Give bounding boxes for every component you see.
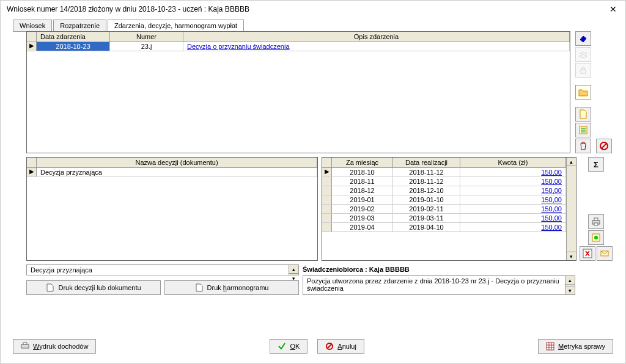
col-za-miesiac[interactable]: Za miesiąc [332,158,393,167]
window-title: Wniosek numer 14/2018 złożony w dniu 201… [7,5,249,13]
row-indicator-icon: ▶ [27,168,37,177]
print-schedule-button[interactable]: Druk harmonogramu [164,280,299,295]
schedule-amount[interactable]: 150,00 [460,168,566,177]
send-icon[interactable] [597,246,613,261]
new-page-icon[interactable] [575,107,591,122]
folder-icon[interactable] [575,85,591,100]
schedule-amount[interactable]: 150,00 [460,205,566,213]
properties-icon[interactable] [575,123,591,137]
tab-rozpatrzenie[interactable]: Rozpatrzenie [53,20,106,32]
scroll-up-icon[interactable]: ▴ [565,276,575,285]
content-area: Data zdarzenia Numer Opis zdarzenia ▶ 20… [13,31,613,328]
tab-wniosek[interactable]: Wniosek [13,20,52,32]
cancel-button[interactable]: Anuluj [317,339,364,354]
row-indicator-icon [322,186,332,195]
schedule-month: 2019-03 [332,214,393,222]
schedule-month: 2019-01 [332,195,393,204]
schedule-row[interactable]: ▶2018-102018-11-12150,00 [322,168,566,177]
schedule-row[interactable]: 2019-032019-03-11150,00 [322,214,566,223]
export-icon[interactable] [588,230,604,245]
event-number: 23.j [110,42,183,51]
scroll-up-icon[interactable]: ▴ [567,158,576,166]
col-kwota[interactable]: Kwota (zł) [460,158,566,167]
schedule-month: 2018-11 [332,177,393,186]
textbox-scrollbar[interactable]: ▴ ▾ [289,265,298,275]
events-toolbar-col2 [595,31,613,153]
svg-line-14 [327,344,332,349]
row-indicator-icon: ▶ [322,168,332,177]
schedule-amount[interactable]: 150,00 [460,214,566,222]
schedule-date: 2019-02-11 [393,205,460,213]
excel-icon[interactable] [580,246,595,261]
scroll-down-icon[interactable]: ▾ [567,252,576,260]
events-toolbar [574,31,592,153]
decision-description-text: Decyzja przyznająca [31,266,92,274]
scroll-down-icon[interactable]: ▾ [565,286,575,294]
grid-icon [546,342,554,351]
printer-icon [21,342,29,351]
decision-description-box[interactable]: Decyzja przyznająca ▴ ▾ [26,264,299,275]
document-icon [46,283,54,292]
schedule-row[interactable]: 2018-112018-11-12150,00 [322,177,566,186]
schedule-scrollbar[interactable]: ▴ ▾ [566,158,576,260]
col-numer[interactable]: Numer [110,32,183,42]
close-button[interactable]: ✕ [607,3,619,15]
schedule-toolbar: Σ [579,157,613,261]
print-income-button[interactable]: Wydruk dochodów [13,339,96,354]
schedule-amount[interactable]: 150,00 [460,177,566,186]
scroll-up-icon[interactable]: ▴ [289,265,298,274]
col-nazwa-decyzji[interactable]: Nazwa decyzji (dokumentu) [37,158,317,167]
document-icon [195,283,204,292]
position-description-text: Pozycja utworzona przez zdarzenie z dnia… [307,277,559,292]
svg-rect-15 [547,343,554,350]
tab-zdarzenia[interactable]: Zdarzenia, decyzje, harmonogram wypłat [108,20,244,32]
svg-point-8 [594,236,598,239]
application-window: Wniosek numer 14/2018 złożony w dniu 201… [0,0,626,364]
schedule-date: 2019-03-11 [393,214,460,222]
event-row[interactable]: ▶ 2018-10-23 23.j Decyzja o przyznaniu ś… [27,42,570,51]
textbox-scrollbar[interactable]: ▴ ▾ [565,276,575,294]
schedule-grid[interactable]: Za miesiąc Data realizacji Kwota (zł) ▶2… [322,157,576,261]
row-indicator-icon: ▶ [27,42,37,51]
scroll-down-icon[interactable]: ▾ [289,274,298,282]
eraser-icon[interactable] [575,31,591,46]
schedule-date: 2018-11-12 [393,177,460,186]
schedule-amount[interactable]: 150,00 [460,223,566,231]
col-opis[interactable]: Opis zdarzenia [183,32,570,42]
ok-button[interactable]: OK [270,339,307,354]
svg-rect-0 [581,70,586,73]
printer-icon[interactable] [588,214,604,229]
stack-icon [575,47,591,62]
event-desc-link[interactable]: Decyzja o przyznaniu świadczenia [183,42,570,51]
delete-icon[interactable] [575,139,591,153]
schedule-row[interactable]: 2019-012019-01-10150,00 [322,195,566,205]
schedule-date: 2018-11-12 [393,168,460,177]
schedule-row[interactable]: 2019-042019-04-10150,00 [322,223,566,232]
schedule-row[interactable]: 2019-022019-02-11150,00 [322,205,566,214]
row-indicator-icon [322,205,332,213]
print-decision-button[interactable]: Druk decyzji lub dokumentu [26,280,161,295]
forbidden-icon [325,342,334,351]
svg-rect-12 [23,343,27,344]
schedule-amount[interactable]: 150,00 [460,195,566,204]
col-data-realizacji[interactable]: Data realizacji [393,158,460,167]
svg-rect-6 [594,223,598,225]
row-indicator-icon [322,195,332,204]
position-description-box[interactable]: Pozycja utworzona przez zdarzenie z dnia… [303,275,575,295]
decisions-grid[interactable]: Nazwa decyzji (dokumentu) ▶ Decyzja przy… [26,157,318,261]
schedule-amount[interactable]: 150,00 [460,186,566,195]
row-indicator-icon [322,214,332,222]
row-indicator-icon [322,223,332,231]
svg-line-3 [602,144,606,148]
row-indicator-icon [322,177,332,186]
sum-icon[interactable]: Σ [588,157,604,172]
col-data-zdarzenia[interactable]: Data zdarzenia [37,32,110,42]
events-grid[interactable]: Data zdarzenia Numer Opis zdarzenia ▶ 20… [26,31,570,153]
schedule-row[interactable]: 2018-122018-12-10150,00 [322,186,566,195]
tab-bar: Wniosek Rozpatrzenie Zdarzenia, decyzje,… [1,18,625,31]
case-metric-button[interactable]: Metryka sprawy [538,339,613,354]
svg-rect-5 [594,218,598,220]
decision-row[interactable]: ▶ Decyzja przyznająca [27,168,317,177]
lock-icon [575,63,591,78]
forbidden-icon[interactable] [596,139,612,153]
